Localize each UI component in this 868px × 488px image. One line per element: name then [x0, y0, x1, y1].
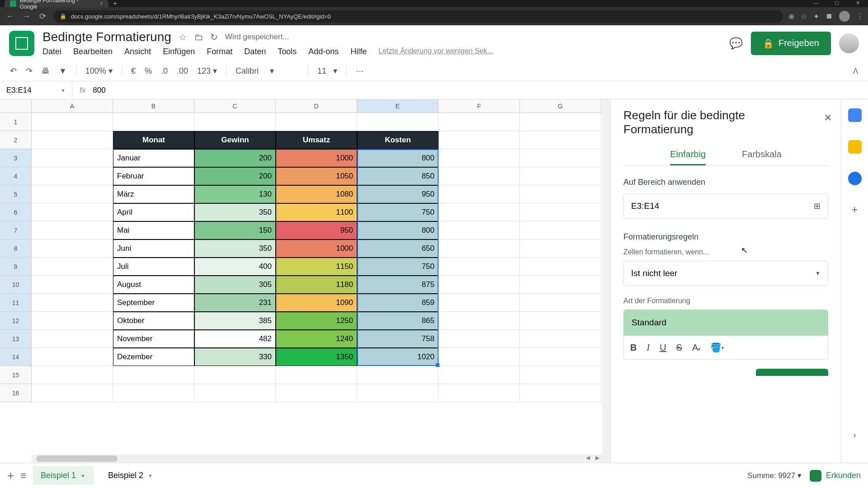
cell[interactable]	[194, 366, 276, 384]
font-size-select[interactable]: 11 ▾	[317, 66, 337, 76]
chevron-down-icon[interactable]: ▼	[148, 473, 153, 479]
keep-icon[interactable]	[848, 140, 862, 154]
name-box[interactable]: E3:E14 ▼	[0, 81, 72, 99]
cell[interactable]: 1350	[276, 348, 357, 366]
menu-daten[interactable]: Daten	[244, 47, 266, 56]
cell[interactable]	[439, 258, 520, 276]
cell[interactable]	[113, 366, 194, 384]
document-title[interactable]: Bedingte Formatierung	[42, 30, 171, 44]
move-icon[interactable]: 🗀	[194, 32, 203, 42]
cell[interactable]	[32, 185, 113, 203]
address-bar[interactable]: 🔒 docs.google.com/spreadsheets/d/1RMhyrI…	[53, 10, 783, 23]
cell[interactable]: Kosten	[357, 131, 439, 149]
browser-tab[interactable]: Bedingte Formatierung - Google ×	[5, 0, 108, 8]
redo-button[interactable]: ↷	[26, 66, 33, 76]
cell[interactable]	[439, 203, 520, 221]
print-button[interactable]: 🖶	[42, 66, 50, 76]
cell[interactable]	[520, 348, 601, 366]
cell[interactable]	[520, 167, 601, 185]
cell[interactable]: Mai	[113, 221, 194, 239]
vertical-scrollbar[interactable]	[602, 99, 610, 463]
cell[interactable]: 1180	[276, 276, 357, 294]
cell[interactable]	[439, 312, 520, 330]
menu-format[interactable]: Format	[207, 47, 232, 56]
italic-button[interactable]: I	[646, 343, 650, 353]
cell[interactable]	[276, 384, 357, 402]
cell[interactable]	[520, 149, 601, 167]
cell[interactable]: 400	[194, 258, 276, 276]
cell[interactable]: Monat	[113, 131, 194, 149]
share-button[interactable]: 🔒 Freigeben	[751, 32, 831, 55]
row-header-13[interactable]: 13	[0, 330, 32, 348]
explore-button[interactable]: Erkunden	[810, 470, 861, 482]
col-header-C[interactable]: C	[194, 99, 276, 113]
cell[interactable]: 800	[357, 221, 439, 239]
sheet-tab-2[interactable]: Beispiel 2 ▼	[100, 466, 161, 485]
cell[interactable]: 1050	[276, 167, 357, 185]
cell[interactable]: 950	[276, 221, 357, 239]
cell[interactable]	[439, 113, 520, 131]
col-header-F[interactable]: F	[439, 99, 520, 113]
cell[interactable]	[32, 366, 113, 384]
cell[interactable]: 305	[194, 276, 276, 294]
cell[interactable]: 1000	[276, 149, 357, 167]
cell[interactable]	[32, 330, 113, 348]
row-header-10[interactable]: 10	[0, 276, 32, 294]
comments-icon[interactable]: 💬	[729, 37, 743, 50]
cell[interactable]	[520, 384, 601, 402]
reload-button[interactable]: ⟳	[37, 11, 48, 21]
row-header-2[interactable]: 2	[0, 131, 32, 149]
done-button[interactable]	[756, 369, 828, 376]
cell[interactable]: Januar	[113, 149, 194, 167]
cell[interactable]: 350	[194, 239, 276, 258]
cell[interactable]	[520, 330, 601, 348]
expand-sidebar-button[interactable]: ›	[853, 430, 856, 440]
maximize-button[interactable]: ▢	[826, 0, 847, 7]
text-color-button[interactable]: A▾	[692, 343, 700, 353]
cell[interactable]	[32, 239, 113, 258]
profile-avatar[interactable]	[839, 33, 859, 53]
cell[interactable]	[520, 221, 601, 239]
strikethrough-button[interactable]: S	[676, 343, 682, 353]
cell[interactable]: 1000	[276, 239, 357, 258]
bookmark-icon[interactable]: ☆	[801, 12, 807, 21]
cell[interactable]: September	[113, 294, 194, 312]
cell[interactable]: 1100	[276, 203, 357, 221]
cell[interactable]: 800	[357, 149, 439, 167]
cell[interactable]	[194, 384, 276, 402]
cell[interactable]	[520, 366, 601, 384]
cell[interactable]	[357, 113, 439, 131]
cell[interactable]	[520, 113, 601, 131]
cell[interactable]: 650	[357, 239, 439, 258]
cell[interactable]: 950	[357, 185, 439, 203]
row-header-16[interactable]: 16	[0, 384, 32, 402]
cell[interactable]: 758	[357, 330, 439, 348]
cell[interactable]	[520, 276, 601, 294]
cell[interactable]: April	[113, 203, 194, 221]
menu-bearbeiten[interactable]: Bearbeiten	[73, 47, 113, 56]
cell[interactable]: 750	[357, 258, 439, 276]
cell[interactable]: Oktober	[113, 312, 194, 330]
cell[interactable]: August	[113, 276, 194, 294]
cell[interactable]	[439, 131, 520, 149]
cell[interactable]: 750	[357, 203, 439, 221]
zoom-icon[interactable]: ⊕	[788, 12, 794, 21]
menu-ansicht[interactable]: Ansicht	[124, 47, 151, 56]
add-sheet-button[interactable]: +	[7, 469, 14, 483]
cell[interactable]	[520, 239, 601, 258]
cell[interactable]: 1240	[276, 330, 357, 348]
add-addon-button[interactable]: +	[851, 203, 858, 216]
row-header-9[interactable]: 9	[0, 258, 32, 276]
cell[interactable]	[32, 221, 113, 239]
close-panel-button[interactable]: ✕	[824, 112, 832, 124]
cell[interactable]	[520, 203, 601, 221]
tab-einfarbig[interactable]: Einfarbig	[670, 145, 706, 165]
menu-datei[interactable]: Datei	[42, 47, 61, 56]
formula-input[interactable]: 800	[93, 86, 868, 95]
sheets-logo[interactable]	[9, 31, 34, 56]
cell[interactable]	[32, 113, 113, 131]
star-icon[interactable]: ☆	[179, 32, 187, 42]
chrome-profile-avatar[interactable]	[839, 11, 850, 22]
scroll-left-button[interactable]: ◀	[583, 455, 593, 463]
cell[interactable]: 865	[357, 312, 439, 330]
